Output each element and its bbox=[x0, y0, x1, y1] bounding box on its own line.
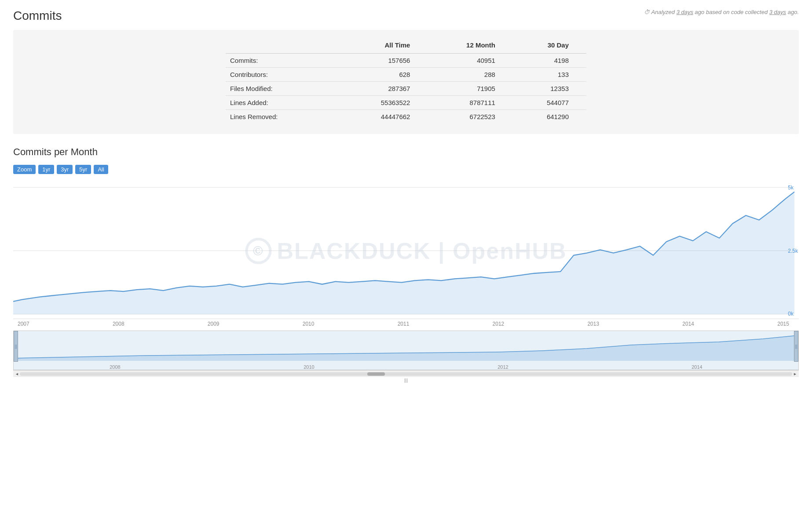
row-value: 40951 bbox=[428, 54, 512, 68]
x-axis-labels: 2007 2008 2009 2010 2011 2012 2013 2014 … bbox=[13, 319, 799, 331]
x-label-2013: 2013 bbox=[587, 321, 599, 327]
scroll-right-btn[interactable]: ► bbox=[792, 372, 798, 376]
stats-box: All Time 12 Month 30 Day Commits:1576564… bbox=[13, 30, 799, 134]
table-row: Commits:157656409514198 bbox=[226, 54, 586, 68]
x-label-2010: 2010 bbox=[303, 321, 315, 327]
row-value: 287367 bbox=[342, 82, 428, 96]
table-row: Lines Added:553635228787111544077 bbox=[226, 96, 586, 110]
row-label: Lines Removed: bbox=[226, 110, 342, 124]
nav-handle-left[interactable]: || bbox=[14, 331, 18, 362]
chart-svg bbox=[13, 183, 799, 319]
scroll-thumb[interactable] bbox=[367, 372, 385, 376]
row-value: 288 bbox=[428, 68, 512, 82]
nav-x-2010: 2010 bbox=[304, 364, 314, 370]
row-label: Commits: bbox=[226, 54, 342, 68]
row-value: 44447662 bbox=[342, 110, 428, 124]
row-value: 133 bbox=[513, 68, 586, 82]
col-header-alltime: All Time bbox=[342, 39, 428, 54]
row-value: 6722523 bbox=[428, 110, 512, 124]
x-label-2008: 2008 bbox=[113, 321, 124, 327]
row-value: 12353 bbox=[513, 82, 586, 96]
main-chart: 5k 2.5k 0k © BLACKDUCK | OpenHUB bbox=[13, 183, 799, 319]
row-value: 641290 bbox=[513, 110, 586, 124]
chart-section-title: Commits per Month bbox=[13, 146, 799, 158]
scroll-left-btn[interactable]: ◄ bbox=[14, 372, 20, 376]
row-value: 55363522 bbox=[342, 96, 428, 110]
x-label-2015: 2015 bbox=[777, 321, 789, 327]
horizontal-scrollbar[interactable]: ◄ ► bbox=[13, 370, 799, 377]
nav-x-2012: 2012 bbox=[497, 364, 508, 370]
nav-x-labels: 2008 2010 2012 2014 bbox=[14, 364, 798, 370]
x-label-2009: 2009 bbox=[208, 321, 219, 327]
row-value: 4198 bbox=[513, 54, 586, 68]
zoom-5yr[interactable]: 5yr bbox=[75, 165, 91, 174]
nav-x-2008: 2008 bbox=[110, 364, 120, 370]
scroll-track[interactable] bbox=[20, 372, 792, 376]
row-value: 544077 bbox=[513, 96, 586, 110]
clock-icon: ⏱ bbox=[644, 9, 650, 15]
col-header-12month: 12 Month bbox=[428, 39, 512, 54]
x-label-2007: 2007 bbox=[18, 321, 29, 327]
zoom-all[interactable]: All bbox=[94, 165, 108, 174]
x-label-2011: 2011 bbox=[398, 321, 410, 327]
x-label-2012: 2012 bbox=[493, 321, 505, 327]
row-value: 8787111 bbox=[428, 96, 512, 110]
row-value: 628 bbox=[342, 68, 428, 82]
row-value: 157656 bbox=[342, 54, 428, 68]
zoom-3yr[interactable]: 3yr bbox=[57, 165, 73, 174]
nav-handle-right[interactable]: || bbox=[794, 331, 798, 362]
x-label-2014: 2014 bbox=[682, 321, 694, 327]
zoom-bar: Zoom 1yr 3yr 5yr All bbox=[13, 165, 799, 174]
table-row: Files Modified:2873677190512353 bbox=[226, 82, 586, 96]
zoom-1yr[interactable]: 1yr bbox=[38, 165, 54, 174]
scroll-indicator: ||| bbox=[13, 378, 799, 383]
col-header-label bbox=[226, 39, 342, 54]
row-label: Contributors: bbox=[226, 68, 342, 82]
nav-x-2014: 2014 bbox=[691, 364, 702, 370]
row-value: 71905 bbox=[428, 82, 512, 96]
svg-marker-3 bbox=[13, 192, 794, 314]
stats-table: All Time 12 Month 30 Day Commits:1576564… bbox=[226, 39, 586, 123]
table-row: Contributors:628288133 bbox=[226, 68, 586, 82]
col-header-30day: 30 Day bbox=[513, 39, 586, 54]
table-row: Lines Removed:444476626722523641290 bbox=[226, 110, 586, 124]
page-title: Commits bbox=[13, 9, 62, 23]
row-label: Lines Added: bbox=[226, 96, 342, 110]
nav-handles: || || bbox=[14, 331, 798, 362]
row-label: Files Modified: bbox=[226, 82, 342, 96]
navigator-chart[interactable]: || || 2008 2010 2012 2014 bbox=[13, 331, 799, 370]
zoom-label: Zoom bbox=[13, 165, 36, 174]
analyzed-info: ⏱ Analyzed 3 days ago based on code coll… bbox=[644, 9, 799, 15]
